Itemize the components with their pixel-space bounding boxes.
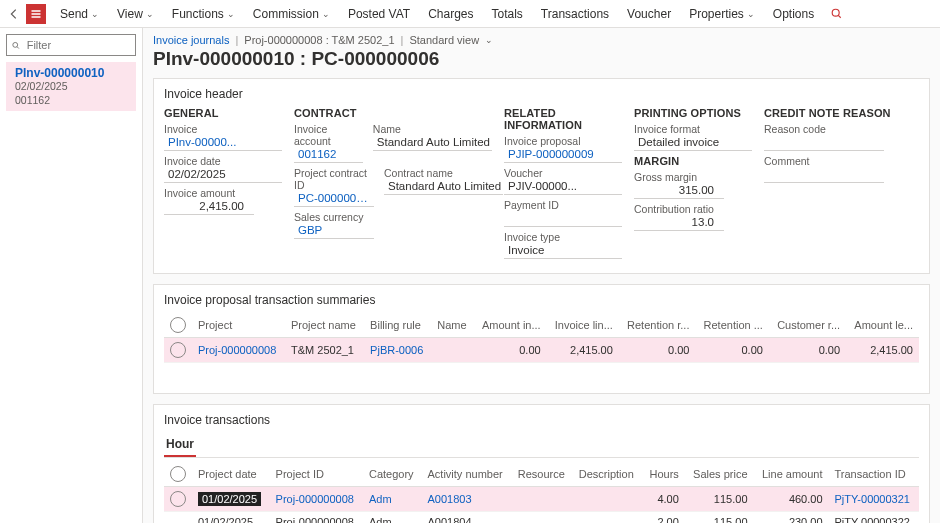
svg-rect-1: [32, 13, 41, 15]
svg-point-3: [832, 9, 839, 16]
sidebar-item-title: PInv-000000010: [15, 66, 130, 80]
menu-send[interactable]: Send⌄: [52, 4, 107, 24]
menu-options[interactable]: Options: [765, 4, 822, 24]
menu-properties[interactable]: Properties⌄: [681, 4, 763, 24]
svg-point-4: [13, 42, 18, 47]
chevron-down-icon: ⌄: [227, 9, 235, 19]
activity-link[interactable]: A001803: [428, 493, 472, 505]
section-general: GENERAL: [164, 107, 282, 119]
panel-transactions: Invoice transactions Hour Project date P…: [153, 404, 930, 523]
menu-charges[interactable]: Charges: [420, 4, 481, 24]
payment-id-field[interactable]: [504, 211, 622, 227]
chevron-down-icon: ⌄: [322, 9, 330, 19]
table-row[interactable]: 01/02/2025Proj-000000008AdmA0018042.0011…: [164, 512, 919, 524]
gross-margin-field: 315.00: [634, 183, 724, 199]
comment-field[interactable]: [764, 167, 884, 183]
svg-rect-0: [32, 10, 41, 12]
menu-view[interactable]: View⌄: [109, 4, 162, 24]
section-contract: CONTRACT: [294, 107, 492, 119]
section-printing: PRINTING OPTIONS: [634, 107, 752, 119]
row-select[interactable]: [170, 491, 186, 507]
section-margin: MARGIN: [634, 155, 752, 167]
voucher-field[interactable]: PJIV-00000...: [504, 179, 622, 195]
search-icon[interactable]: [826, 4, 846, 24]
select-all-toggle[interactable]: [170, 317, 186, 333]
row-select[interactable]: [170, 342, 186, 358]
select-all-toggle[interactable]: [170, 466, 186, 482]
project-link[interactable]: Proj-000000008: [198, 344, 276, 356]
back-button[interactable]: [4, 4, 24, 24]
sidebar-item-invoice[interactable]: PInv-000000010 02/02/2025 001162: [6, 62, 136, 111]
account-name: Standard Auto Limited: [373, 135, 492, 151]
breadcrumb-root[interactable]: Invoice journals: [153, 34, 229, 46]
filter-input[interactable]: [6, 34, 136, 56]
menu-commission[interactable]: Commission⌄: [245, 4, 338, 24]
invoice-proposal-link[interactable]: PJIP-000000009: [504, 147, 622, 163]
chevron-down-icon: ⌄: [747, 9, 755, 19]
page-title: PInv-000000010 : PC-000000006: [153, 48, 930, 70]
invoice-link[interactable]: PInv-00000...: [164, 135, 282, 151]
chevron-down-icon: ⌄: [146, 9, 154, 19]
main-content: Invoice journals | Proj-000000008 : T&M …: [143, 28, 940, 523]
reason-code-field[interactable]: [764, 135, 884, 151]
currency-link[interactable]: GBP: [294, 223, 374, 239]
table-row[interactable]: Proj-000000008T&M 2502_1PjBR-00060.002,4…: [164, 338, 919, 363]
summaries-table: Project Project name Billing rule Name A…: [164, 313, 919, 363]
table-row[interactable]: 01/02/2025Proj-000000008AdmA0018034.0011…: [164, 487, 919, 512]
transactions-table: Project date Project ID Category Activit…: [164, 462, 919, 523]
sidebar-item-date: 02/02/2025: [15, 80, 130, 94]
panel-summaries: Invoice proposal transaction summaries P…: [153, 284, 930, 394]
panel-title: Invoice header: [164, 87, 919, 101]
menu-functions[interactable]: Functions⌄: [164, 4, 243, 24]
panel-title: Invoice proposal transaction summaries: [164, 293, 919, 307]
section-credit: CREDIT NOTE REASON: [764, 107, 919, 119]
category-link[interactable]: Adm: [369, 493, 392, 505]
breadcrumb-view[interactable]: Standard view: [409, 34, 479, 46]
section-related: RELATED INFORMATION: [504, 107, 622, 131]
project-date-cell[interactable]: 01/02/2025: [198, 492, 261, 506]
breadcrumb: Invoice journals | Proj-000000008 : T&M …: [153, 34, 930, 46]
tab-hour[interactable]: Hour: [164, 433, 196, 457]
contract-name: Standard Auto Limited: [384, 179, 503, 195]
billing-rule-link[interactable]: PjBR-0006: [370, 344, 423, 356]
invoice-format-field[interactable]: Detailed invoice: [634, 135, 752, 151]
menu-posted-vat[interactable]: Posted VAT: [340, 4, 418, 24]
transaction-id-link[interactable]: PjTY-00000321: [835, 493, 910, 505]
svg-rect-2: [32, 16, 41, 18]
menu-totals[interactable]: Totals: [483, 4, 530, 24]
invoice-amount[interactable]: 2,415.00: [164, 199, 254, 215]
menu-voucher[interactable]: Voucher: [619, 4, 679, 24]
project-id-link[interactable]: Proj-000000008: [276, 493, 354, 505]
project-contract-link[interactable]: PC-000000006: [294, 191, 374, 207]
filter-text[interactable]: [25, 38, 131, 52]
invoice-account-link[interactable]: 001162: [294, 147, 363, 163]
chevron-down-icon: ⌄: [91, 9, 99, 19]
invoice-date[interactable]: 02/02/2025: [164, 167, 282, 183]
app-icon: [26, 4, 46, 24]
chevron-down-icon: ⌄: [485, 35, 493, 45]
topbar: Send⌄ View⌄ Functions⌄ Commission⌄ Poste…: [0, 0, 940, 28]
contribution-ratio-field: 13.0: [634, 215, 724, 231]
search-icon: [11, 40, 21, 51]
panel-invoice-header: Invoice header GENERAL InvoicePInv-00000…: [153, 78, 930, 274]
sidebar: PInv-000000010 02/02/2025 001162: [0, 28, 143, 523]
invoice-type-field[interactable]: Invoice: [504, 243, 622, 259]
breadcrumb-project: Proj-000000008 : T&M 2502_1: [244, 34, 394, 46]
sidebar-item-account: 001162: [15, 94, 130, 108]
menu-transactions[interactable]: Transactions: [533, 4, 617, 24]
tab-strip: Hour: [164, 433, 919, 458]
panel-title: Invoice transactions: [164, 413, 919, 427]
